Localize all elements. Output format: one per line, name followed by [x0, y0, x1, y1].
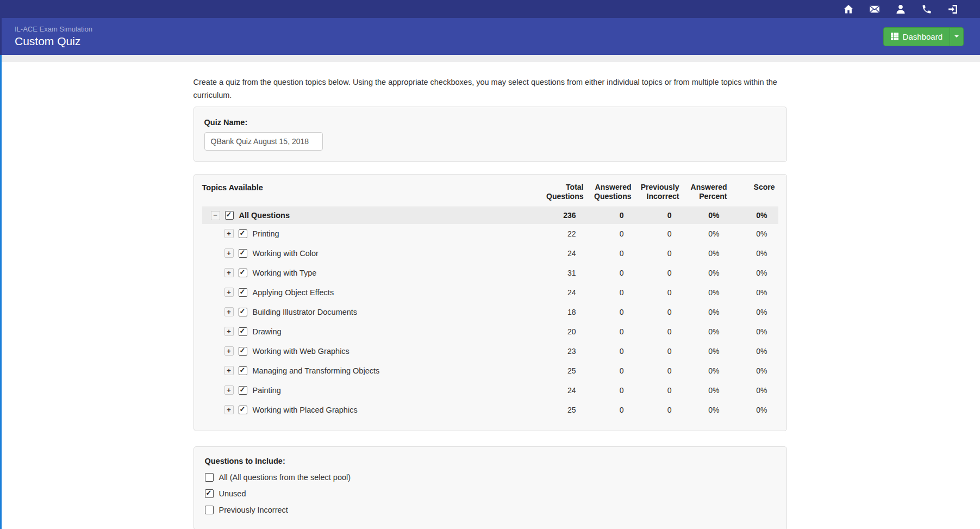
score-cell: 0%	[720, 327, 767, 336]
expand-icon[interactable]: +	[224, 385, 234, 395]
expand-icon[interactable]: +	[224, 405, 234, 414]
topic-label: Managing and Transforming Objects	[253, 366, 528, 375]
expand-icon[interactable]: +	[224, 366, 234, 375]
include-option-checkbox[interactable]	[205, 473, 214, 482]
topic-checkbox[interactable]	[239, 269, 247, 277]
total-questions-cell: 31	[528, 269, 576, 277]
total-questions-cell: 22	[528, 229, 576, 238]
topic-label: Working with Color	[253, 249, 528, 258]
app-title: IL-ACE Exam Simulation	[15, 25, 92, 33]
previously-incorrect-cell: 0	[624, 308, 672, 316]
score-cell: 0%	[720, 229, 767, 238]
include-option-label: All (All questions from the select pool)	[219, 473, 351, 482]
answered-percent-cell: 0%	[672, 229, 720, 238]
include-option-checkbox[interactable]	[205, 506, 214, 514]
topics-title: Topics Available	[202, 183, 536, 192]
table-row: + Working with Web Graphics 23 0 0 0% 0%	[202, 341, 778, 361]
previously-incorrect-cell: 0	[624, 327, 672, 336]
topic-label: Working with Placed Graphics	[253, 406, 528, 414]
dashboard-dropdown-toggle[interactable]	[950, 28, 963, 46]
phone-icon[interactable]	[921, 4, 932, 15]
title-block: IL-ACE Exam Simulation Custom Quiz	[15, 25, 92, 48]
include-option-label: Unused	[219, 489, 246, 498]
collapse-icon[interactable]: −	[211, 211, 220, 220]
all-questions-checkbox[interactable]	[225, 211, 234, 220]
top-utility-bar	[0, 0, 980, 18]
expand-icon[interactable]: +	[224, 307, 234, 316]
total-questions-cell: 25	[528, 406, 576, 414]
chevron-down-icon	[954, 35, 959, 38]
answered-questions-cell: 0	[576, 308, 624, 316]
expand-icon[interactable]: +	[224, 229, 234, 238]
topic-checkbox[interactable]	[239, 327, 247, 336]
include-option-label: Previously Incorrect	[219, 506, 288, 514]
total-questions-cell: 24	[528, 386, 576, 395]
table-row: + Managing and Transforming Objects 25 0…	[202, 361, 778, 381]
table-row: + Working with Placed Graphics 25 0 0 0%…	[202, 400, 778, 420]
topic-checkbox[interactable]	[239, 366, 247, 375]
expand-icon[interactable]: +	[224, 248, 234, 258]
topic-label: Applying Object Effects	[253, 288, 528, 297]
previously-incorrect-cell: 0	[624, 249, 672, 258]
topics-table-header: Topics Available TotalQuestions Answered…	[202, 183, 778, 207]
table-row: + Drawing 20 0 0 0% 0%	[202, 322, 778, 341]
answered-percent-cell: 0%	[672, 211, 720, 220]
questions-include-panel: Questions to Include: All (All questions…	[193, 446, 787, 529]
previously-incorrect-cell: 0	[624, 288, 672, 297]
table-row: + Painting 24 0 0 0% 0%	[202, 381, 778, 400]
total-questions-cell: 24	[528, 249, 576, 258]
left-accent-strip	[0, 55, 2, 529]
topic-label: Working with Type	[253, 269, 528, 277]
topic-label: Building Illustrator Documents	[253, 308, 528, 316]
topic-checkbox[interactable]	[239, 229, 247, 238]
score-cell: 0%	[720, 308, 767, 316]
score-cell: 0%	[720, 347, 767, 356]
score-cell: 0%	[720, 366, 767, 375]
previously-incorrect-cell: 0	[624, 347, 672, 356]
column-header-answered-questions: AnsweredQuestions	[584, 183, 632, 202]
answered-percent-cell: 0%	[672, 288, 720, 297]
page-title: Custom Quiz	[15, 35, 92, 48]
dashboard-button[interactable]: Dashboard	[884, 28, 950, 46]
answered-percent-cell: 0%	[672, 269, 720, 277]
column-header-score: Score	[727, 183, 775, 192]
total-questions-cell: 23	[528, 347, 576, 356]
include-option-checkbox[interactable]	[205, 489, 214, 498]
total-questions-cell: 18	[528, 308, 576, 316]
previously-incorrect-cell: 0	[624, 211, 672, 220]
total-questions-cell: 24	[528, 288, 576, 297]
topic-checkbox[interactable]	[239, 386, 247, 395]
score-cell: 0%	[720, 211, 767, 220]
answered-questions-cell: 0	[576, 366, 624, 375]
table-row-all-questions: − All Questions 236 0 0 0% 0%	[202, 207, 778, 224]
topic-checkbox[interactable]	[239, 347, 247, 356]
quiz-name-input[interactable]	[204, 132, 323, 151]
answered-percent-cell: 0%	[672, 347, 720, 356]
answered-percent-cell: 0%	[672, 366, 720, 375]
mail-icon[interactable]	[869, 4, 880, 15]
user-icon[interactable]	[895, 4, 906, 15]
grid-icon	[891, 33, 898, 40]
table-row: + Building Illustrator Documents 18 0 0 …	[202, 302, 778, 322]
home-icon[interactable]	[843, 4, 854, 15]
expand-icon[interactable]: +	[224, 327, 234, 336]
table-row: + Printing 22 0 0 0% 0%	[202, 224, 778, 244]
expand-icon[interactable]: +	[224, 288, 234, 297]
expand-icon[interactable]: +	[224, 268, 234, 277]
answered-questions-cell: 0	[576, 229, 624, 238]
expand-icon[interactable]: +	[224, 346, 234, 356]
include-option-row: Unused	[205, 488, 776, 500]
answered-questions-cell: 0	[576, 249, 624, 258]
topics-panel: Topics Available TotalQuestions Answered…	[193, 174, 787, 431]
topic-checkbox[interactable]	[239, 406, 247, 414]
topic-checkbox[interactable]	[239, 249, 247, 258]
topic-checkbox[interactable]	[239, 308, 247, 316]
logout-icon[interactable]	[947, 4, 958, 15]
topic-checkbox[interactable]	[239, 288, 247, 297]
total-questions-cell: 236	[528, 211, 576, 220]
topic-label: Printing	[253, 229, 528, 238]
answered-questions-cell: 0	[576, 406, 624, 414]
score-cell: 0%	[720, 249, 767, 258]
table-row: + Working with Type 31 0 0 0% 0%	[202, 263, 778, 283]
intro-text: Create a quiz from the question topics b…	[193, 76, 787, 102]
